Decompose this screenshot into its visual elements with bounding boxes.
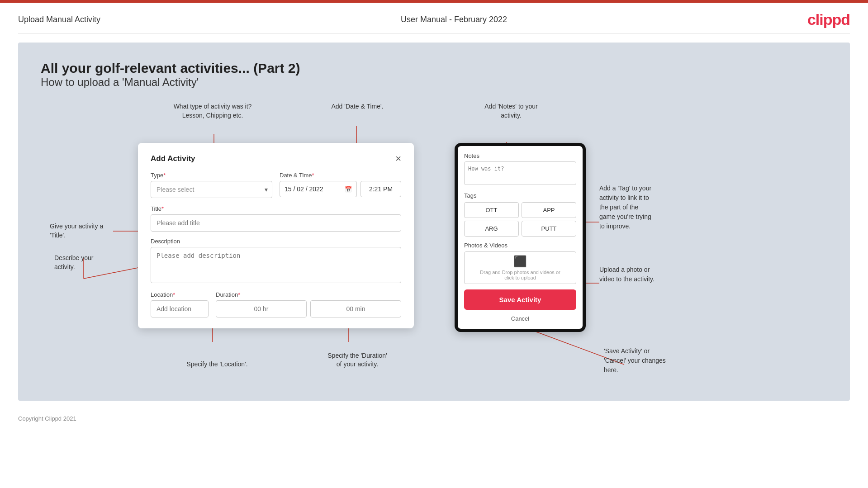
photo-annotation: Upload a photo orvideo to the activity. xyxy=(599,265,703,284)
type-label: Type* xyxy=(151,172,272,179)
cancel-link-wrapper: Cancel xyxy=(464,314,576,322)
time-input-display[interactable]: 2:21 PM xyxy=(360,181,401,197)
location-field-group: Location* xyxy=(151,291,209,317)
tag-ott[interactable]: OTT xyxy=(464,202,519,218)
save-annotation: 'Save Activity' or'Cancel' your changesh… xyxy=(604,346,712,375)
duration-field-group: Duration* xyxy=(216,291,401,317)
notes-annotation: Add 'Notes' to youractivity. xyxy=(473,102,550,120)
phone-mockup: Notes Tags OTT APP ARG PUTT Photos & Vid… xyxy=(455,143,586,332)
heading-line2: How to upload a 'Manual Activity' xyxy=(41,76,827,89)
type-select-wrapper: Please select ▾ xyxy=(151,181,272,198)
phone-notes-label: Notes xyxy=(464,152,576,159)
upload-icon: ⬛ xyxy=(513,255,527,268)
logo: clippd xyxy=(807,11,850,28)
type-field-group: Type* Please select ▾ xyxy=(151,172,272,198)
calendar-icon: 📅 xyxy=(345,186,352,193)
description-field-group: Description xyxy=(151,238,401,285)
date-input-display[interactable]: 15 / 02 / 2022 📅 xyxy=(280,181,357,197)
type-select[interactable]: Please select xyxy=(151,181,272,198)
tag-app[interactable]: APP xyxy=(522,202,576,218)
main-content: All your golf-relevant activities... (Pa… xyxy=(18,43,850,401)
upload-text: Drag and Drop photos and videos orclick … xyxy=(480,270,560,280)
modal-close-button[interactable]: × xyxy=(395,154,401,164)
tag-arg[interactable]: ARG xyxy=(464,221,519,237)
description-input[interactable] xyxy=(151,247,401,283)
title-label: Title* xyxy=(151,205,401,212)
title-field-group: Title* xyxy=(151,205,401,232)
manual-title: User Manual - February 2022 xyxy=(401,15,507,24)
page-title: Upload Manual Activity xyxy=(18,15,100,24)
tag-annotation: Add a 'Tag' to youractivity to link it t… xyxy=(599,184,703,231)
title-annotation: Give your activity a'Title'. xyxy=(50,222,113,240)
content-layout: What type of activity was it?Lesson, Chi… xyxy=(41,102,827,383)
type-annotation: What type of activity was it?Lesson, Chi… xyxy=(161,102,265,120)
duration-hr-input[interactable] xyxy=(216,300,307,317)
phone-notes-input[interactable] xyxy=(464,161,576,185)
datetime-inputs: 15 / 02 / 2022 📅 2:21 PM xyxy=(280,181,401,197)
modal-title: Add Activity xyxy=(151,154,195,163)
datetime-field-group: Date & Time* 15 / 02 / 2022 📅 2:21 PM xyxy=(280,172,401,198)
tag-putt[interactable]: PUTT xyxy=(522,221,576,237)
cancel-link[interactable]: Cancel xyxy=(511,315,529,322)
title-input[interactable] xyxy=(151,214,401,232)
page-heading: All your golf-relevant activities... (Pa… xyxy=(41,61,827,89)
duration-inputs xyxy=(216,300,401,317)
description-label: Description xyxy=(151,238,401,245)
duration-annotation: Specify the 'Duration'of your activity. xyxy=(308,351,407,369)
location-input[interactable] xyxy=(151,300,209,317)
desc-annotation: Describe youractivity. xyxy=(54,254,118,271)
datetime-label: Date & Time* xyxy=(280,172,401,179)
tags-grid: OTT APP ARG PUTT xyxy=(464,202,576,237)
header: Upload Manual Activity User Manual - Feb… xyxy=(0,3,868,33)
location-annotation: Specify the 'Location'. xyxy=(174,360,260,369)
copyright: Copyright Clippd 2021 xyxy=(0,410,868,427)
phone-tags-label: Tags xyxy=(464,192,576,199)
location-duration-row: Location* Duration* xyxy=(151,291,401,317)
duration-label: Duration* xyxy=(216,291,401,298)
duration-min-input[interactable] xyxy=(310,300,401,317)
header-divider xyxy=(18,33,850,33)
date-annotation: Add 'Date & Time'. xyxy=(308,102,407,111)
add-activity-modal: Add Activity × Type* Please select ▾ xyxy=(138,143,414,328)
phone-photos-label: Photos & Videos xyxy=(464,242,576,249)
location-label: Location* xyxy=(151,291,209,298)
photos-upload-area[interactable]: ⬛ Drag and Drop photos and videos orclic… xyxy=(464,251,576,284)
heading-line1: All your golf-relevant activities... (Pa… xyxy=(41,61,827,76)
save-activity-button[interactable]: Save Activity xyxy=(464,289,576,310)
